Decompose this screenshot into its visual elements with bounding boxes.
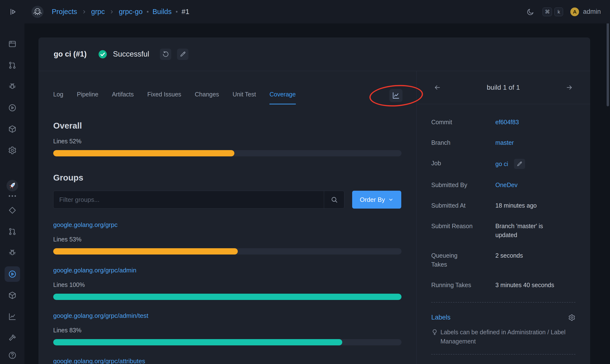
sidebar-toggle-icon xyxy=(8,7,17,17)
dot-separator xyxy=(147,11,149,13)
groups-filter-row: Order By xyxy=(53,191,402,208)
submitted-by-link[interactable]: OneDev xyxy=(495,182,518,188)
groups-heading: Groups xyxy=(53,173,402,182)
line-chart-icon xyxy=(392,91,400,100)
group-progress-bar xyxy=(53,294,402,300)
sidebar-item-builds[interactable] xyxy=(5,100,20,116)
submitted-at-value: 18 minutes ago xyxy=(495,201,575,210)
tab-coverage[interactable]: Coverage xyxy=(270,91,296,104)
order-by-button[interactable]: Order By xyxy=(352,191,401,208)
job-link[interactable]: go ci xyxy=(495,159,508,169)
search-shortcut[interactable]: ⌘ k xyxy=(542,8,563,16)
breadcrumb-project-grpc-go[interactable]: grpc-go xyxy=(119,8,142,16)
sidebar-item-stats[interactable] xyxy=(5,309,20,324)
build-fields: Commit ef604f83 Branch master Job go ci … xyxy=(431,118,575,289)
field-label: Commit xyxy=(431,118,495,127)
build-nav: build 1 of 1 xyxy=(417,71,590,104)
filter-groups-input[interactable] xyxy=(54,191,324,208)
breadcrumb-builds[interactable]: Builds xyxy=(153,8,172,16)
onedev-logo[interactable] xyxy=(31,6,44,18)
user-avatar[interactable]: A xyxy=(570,8,579,16)
pencil-icon xyxy=(179,51,186,58)
tab-unit-test[interactable]: Unit Test xyxy=(232,91,256,104)
overall-heading: Overall xyxy=(53,121,402,130)
rerun-build-button[interactable] xyxy=(160,49,171,60)
sidebar-item-code[interactable] xyxy=(5,203,20,218)
group-progress-bar xyxy=(53,248,402,255)
sidebar-item-help[interactable] xyxy=(0,351,25,360)
window-icon xyxy=(8,40,17,48)
field-label: Submitted By xyxy=(431,181,495,190)
topbar: Projects grpc grpc-go Builds #1 ⌘ k A ad… xyxy=(0,0,610,24)
branch-link[interactable]: master xyxy=(495,139,514,146)
build-title: go ci (#1) xyxy=(54,50,87,58)
sidebar-item-project-builds[interactable] xyxy=(5,266,20,282)
sidebar-item-tools[interactable] xyxy=(5,330,20,346)
chevron-right-icon xyxy=(81,9,87,15)
gear-icon xyxy=(8,146,17,155)
dashed-divider xyxy=(431,302,575,303)
field-label: Job xyxy=(431,159,495,169)
more-icon[interactable] xyxy=(9,195,16,197)
group-link-grpc-attributes[interactable]: google.golang.org/grpc/attributes xyxy=(53,357,402,364)
project-avatar[interactable] xyxy=(7,180,18,191)
sidebar-item-project-issues[interactable] xyxy=(5,245,20,260)
labels-heading: Labels xyxy=(431,314,451,321)
sidebar-item-project-pull-requests[interactable] xyxy=(5,224,20,239)
running-takes-value: 3 minutes 40 seconds xyxy=(495,281,575,289)
dashed-divider xyxy=(431,354,575,355)
group-link-grpc[interactable]: google.golang.org/grpc xyxy=(53,221,402,229)
search-button[interactable] xyxy=(324,191,344,208)
breadcrumb-project-grpc[interactable]: grpc xyxy=(91,8,105,16)
sidebar-item-packages[interactable] xyxy=(5,121,20,137)
bug-icon xyxy=(8,82,17,91)
build-info-panel: build 1 of 1 Commit ef604f83 Branch mast… xyxy=(416,71,590,364)
chevron-down-icon xyxy=(388,197,394,203)
commit-link[interactable]: ef604f83 xyxy=(495,119,519,125)
prev-build-button[interactable] xyxy=(434,84,441,91)
group-lines-label: Lines 100% xyxy=(53,281,402,288)
sidebar-item-pull-requests[interactable] xyxy=(5,58,20,73)
sidebar-item-settings[interactable] xyxy=(5,143,20,158)
chart-icon xyxy=(8,312,17,321)
next-build-button[interactable] xyxy=(566,84,573,91)
tab-changes[interactable]: Changes xyxy=(195,91,219,104)
field-label: Running Takes xyxy=(431,281,495,289)
build-nav-label: build 1 of 1 xyxy=(441,84,566,91)
rerun-icon xyxy=(162,51,169,58)
tab-log[interactable]: Log xyxy=(53,91,63,104)
tool-icon xyxy=(8,334,17,342)
filter-control xyxy=(53,191,344,208)
group-lines-label: Lines 53% xyxy=(53,236,402,243)
gear-icon xyxy=(568,314,575,321)
edit-job-button[interactable] xyxy=(514,159,525,169)
sidebar-item-issues[interactable] xyxy=(5,79,20,94)
success-check-icon xyxy=(98,50,107,59)
dot-separator xyxy=(176,11,177,13)
sidebar-toggle-button[interactable] xyxy=(0,7,25,17)
order-by-label: Order By xyxy=(360,196,385,204)
theme-toggle-button[interactable] xyxy=(527,8,534,16)
group-progress-fill xyxy=(53,248,238,255)
group-link-grpc-admin[interactable]: google.golang.org/grpc/admin xyxy=(53,267,402,274)
queueing-takes-value: 2 seconds xyxy=(495,251,575,269)
play-circle-icon xyxy=(8,270,17,278)
sidebar-item-files[interactable] xyxy=(5,36,20,52)
tab-pipeline[interactable]: Pipeline xyxy=(77,91,98,104)
sidebar-item-project-packages[interactable] xyxy=(5,288,20,303)
tab-fixed-issues[interactable]: Fixed Issues xyxy=(147,91,181,104)
group-lines-label: Lines 83% xyxy=(53,327,402,334)
tab-artifacts[interactable]: Artifacts xyxy=(112,91,134,104)
labels-hint: Labels can be defined in Administration … xyxy=(431,327,575,346)
scrollbar-thumb[interactable] xyxy=(607,22,609,106)
bug-icon xyxy=(8,248,17,257)
username[interactable]: admin xyxy=(583,8,601,15)
arrow-left-icon xyxy=(434,84,441,91)
edit-build-button[interactable] xyxy=(177,49,189,60)
sidebar xyxy=(0,24,25,364)
trend-chart-button[interactable] xyxy=(389,89,403,102)
labels-settings-button[interactable] xyxy=(568,314,575,321)
build-status: Successful xyxy=(113,50,149,58)
breadcrumb-projects[interactable]: Projects xyxy=(52,8,77,16)
group-link-grpc-admin-test[interactable]: google.golang.org/grpc/admin/test xyxy=(53,312,402,320)
